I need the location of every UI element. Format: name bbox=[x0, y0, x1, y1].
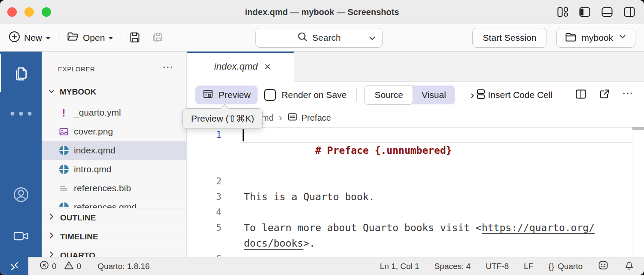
file-row-cover-png[interactable]: cover.png bbox=[42, 122, 186, 141]
tree-root-mybook[interactable]: MYBOOK bbox=[42, 82, 186, 101]
more-views-ellipsis-icon[interactable] bbox=[10, 112, 31, 116]
code-text: This is a Quarto book. bbox=[244, 189, 375, 205]
window-title: index.qmd — mybook — Screenshots bbox=[0, 0, 644, 24]
toggle-primary-sidebar-icon[interactable] bbox=[579, 6, 591, 18]
breadcrumb-separator-icon: › bbox=[279, 114, 282, 122]
activity-bar bbox=[0, 52, 42, 257]
yaml-file-icon: ! bbox=[59, 108, 69, 118]
language-mode[interactable]: {} Quarto bbox=[548, 262, 583, 271]
project-picker-button[interactable]: mybook bbox=[556, 28, 635, 48]
save-all-icon[interactable] bbox=[151, 31, 164, 45]
open-folder-icon bbox=[66, 31, 79, 45]
explorer-files-icon[interactable] bbox=[12, 65, 30, 84]
error-icon bbox=[39, 260, 49, 272]
indentation[interactable]: Spaces: 4 bbox=[434, 262, 471, 271]
editor-toolbar-divider bbox=[356, 89, 357, 101]
render-on-save-label: Render on Save bbox=[282, 90, 347, 100]
overview-ruler bbox=[632, 127, 632, 257]
code-text: To learn more about Quarto books visit <… bbox=[244, 220, 595, 251]
quarto-version[interactable]: Quarto: 1.8.16 bbox=[97, 262, 149, 271]
tab-index-qmd[interactable]: index.qmd ✕ bbox=[187, 52, 294, 82]
zoom-window-button[interactable] bbox=[42, 7, 51, 17]
file-row-references-qmd[interactable]: references.qmd bbox=[42, 198, 186, 208]
search-input[interactable]: Search bbox=[255, 28, 383, 48]
problems-indicator[interactable]: 0 0 bbox=[39, 260, 81, 272]
chevron-right-icon bbox=[47, 231, 56, 242]
file-name: intro.qmd bbox=[74, 164, 112, 174]
account-icon[interactable] bbox=[12, 186, 30, 205]
new-plus-icon bbox=[9, 31, 20, 45]
camera-icon[interactable] bbox=[12, 229, 30, 246]
explorer-more-actions-icon[interactable]: ⋯ bbox=[162, 65, 174, 69]
quarto-file-icon bbox=[59, 165, 69, 174]
file-name: references.bib bbox=[74, 183, 131, 193]
search-label: Search bbox=[312, 33, 341, 43]
file-name: cover.png bbox=[74, 126, 113, 137]
close-window-button[interactable] bbox=[7, 7, 17, 17]
sidebar-section-timeline[interactable]: TIMELINE bbox=[42, 227, 186, 246]
preview-icon bbox=[202, 88, 214, 102]
render-on-save-checkbox[interactable] bbox=[264, 89, 276, 101]
split-editor-icon[interactable] bbox=[575, 88, 587, 102]
remote-indicator[interactable] bbox=[0, 257, 28, 275]
window-controls bbox=[7, 7, 51, 17]
breadcrumb-section[interactable]: Preface bbox=[301, 113, 331, 123]
code-line-2: 2 bbox=[187, 174, 644, 189]
preview-button-label: Preview bbox=[219, 90, 251, 100]
file-row-quarto-yml[interactable]: ! _quarto.yml bbox=[42, 103, 186, 122]
open-in-new-window-icon[interactable] bbox=[598, 88, 611, 102]
open-button[interactable]: Open bbox=[66, 31, 113, 45]
line-number: 4 bbox=[187, 205, 222, 220]
section-symbol-icon bbox=[287, 112, 298, 124]
quarto-file-icon bbox=[59, 146, 69, 156]
customize-layout-icon[interactable] bbox=[556, 6, 568, 18]
editor-more-actions-icon[interactable]: ⋯ bbox=[622, 90, 634, 95]
cursor-position[interactable]: Ln 1, Col 1 bbox=[380, 262, 419, 271]
preview-button[interactable]: Preview bbox=[195, 86, 258, 104]
file-row-index-qmd[interactable]: index.qmd bbox=[42, 141, 186, 160]
url-link[interactable]: https://quarto.org/ bbox=[482, 222, 595, 233]
scrollbar-thumb[interactable] bbox=[632, 127, 644, 130]
code-text: # Preface {.unnumbered} bbox=[244, 127, 452, 174]
sidebar-section-outline[interactable]: OUTLINE bbox=[42, 208, 186, 227]
new-button[interactable]: New bbox=[9, 31, 50, 45]
file-name: references.qmd bbox=[74, 202, 137, 208]
line-number: 2 bbox=[187, 174, 222, 189]
eol-sequence[interactable]: LF bbox=[524, 262, 533, 271]
file-row-references-bib[interactable]: references.bib bbox=[42, 179, 186, 198]
url-link[interactable]: docs/books bbox=[244, 238, 303, 249]
source-visual-toggle: Source Visual bbox=[365, 86, 455, 104]
insert-code-cell-label: Insert Code Cell bbox=[488, 90, 553, 100]
feedback-smiley-icon[interactable] bbox=[598, 260, 609, 273]
start-session-button[interactable]: Start Session bbox=[472, 28, 547, 48]
tab-strip: index.qmd ✕ bbox=[187, 52, 644, 82]
project-chevron-down-icon bbox=[618, 32, 627, 43]
quarto-file-icon bbox=[59, 202, 69, 208]
status-bar: 0 0 Quarto: 1.8.16 Ln 1, Col 1 Spaces: 4… bbox=[0, 257, 644, 275]
section-label: TIMELINE bbox=[60, 232, 98, 241]
save-icon[interactable] bbox=[129, 31, 141, 45]
notifications-bell-icon[interactable] bbox=[624, 260, 635, 273]
source-mode-button[interactable]: Source bbox=[365, 85, 413, 105]
encoding[interactable]: UTF-8 bbox=[486, 262, 509, 271]
folder-icon bbox=[565, 31, 577, 44]
insert-code-cell-button[interactable]: › Insert Code Cell bbox=[471, 88, 553, 102]
code-line-3: 3 This is a Quarto book. bbox=[187, 189, 644, 205]
tab-close-icon[interactable]: ✕ bbox=[264, 62, 271, 72]
active-view-indicator bbox=[0, 54, 1, 92]
file-row-intro-qmd[interactable]: intro.qmd bbox=[42, 160, 186, 179]
code-editor[interactable]: 1 # Preface {.unnumbered} 2 3 This is a … bbox=[187, 127, 644, 257]
sidebar-section-quarto[interactable]: QUARTO bbox=[42, 246, 186, 257]
editor-toolbar: Preview Render on Save Source Visual › bbox=[187, 82, 644, 108]
file-name: index.qmd bbox=[74, 145, 115, 156]
section-label: QUARTO bbox=[60, 251, 95, 257]
minimize-window-button[interactable] bbox=[24, 7, 34, 17]
new-dropdown-caret-icon bbox=[46, 37, 50, 40]
title-bar: index.qmd — mybook — Screenshots bbox=[0, 0, 644, 24]
toggle-panel-icon[interactable] bbox=[601, 6, 613, 18]
line-number: 6 bbox=[187, 251, 222, 257]
visual-mode-button[interactable]: Visual bbox=[413, 86, 455, 104]
toggle-secondary-sidebar-icon[interactable] bbox=[623, 6, 635, 18]
code-cells-icon bbox=[476, 88, 486, 102]
editor-group: index.qmd ✕ Preview bbox=[187, 52, 644, 257]
